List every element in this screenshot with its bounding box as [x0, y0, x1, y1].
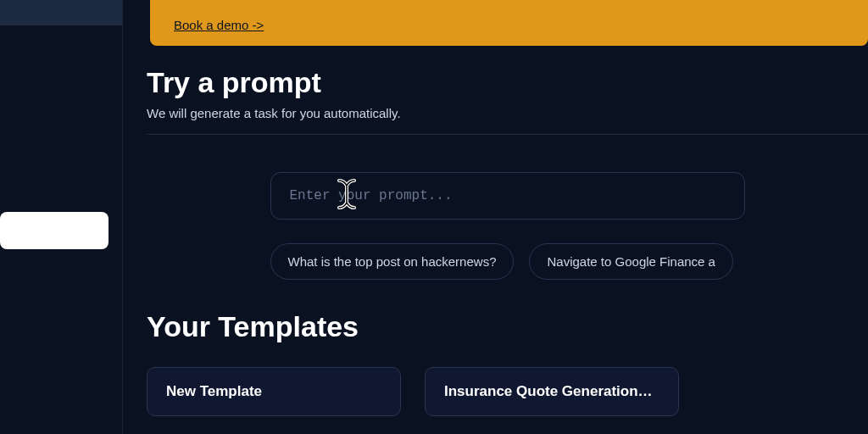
prompt-input[interactable] [270, 172, 745, 220]
main-content: Book a demo -> Try a prompt We will gene… [123, 0, 868, 434]
suggestion-chip[interactable]: What is the top post on hackernews? [270, 243, 515, 280]
prompt-suggestions: What is the top post on hackernews? Navi… [270, 243, 745, 280]
prompt-area: What is the top post on hackernews? Navi… [147, 172, 868, 280]
sidebar-active-item[interactable] [0, 212, 108, 249]
template-cards: New Template Insurance Quote Generation… [147, 367, 868, 416]
suggestion-chip[interactable]: Navigate to Google Finance a [529, 243, 732, 280]
template-card[interactable]: Insurance Quote Generation… [425, 367, 679, 416]
promo-banner: Book a demo -> [150, 0, 868, 46]
prompt-section-title: Try a prompt [147, 66, 868, 99]
templates-section-title: Your Templates [147, 310, 868, 343]
section-divider [147, 134, 868, 135]
prompt-section-subtitle: We will generate a task for you automati… [147, 106, 868, 120]
sidebar-top-block [0, 0, 122, 25]
prompt-input-wrapper [270, 172, 745, 220]
book-demo-link[interactable]: Book a demo -> [174, 18, 264, 32]
new-template-card[interactable]: New Template [147, 367, 401, 416]
template-card-label: Insurance Quote Generation… [444, 383, 659, 400]
sidebar [0, 0, 123, 434]
template-card-label: New Template [166, 383, 381, 400]
